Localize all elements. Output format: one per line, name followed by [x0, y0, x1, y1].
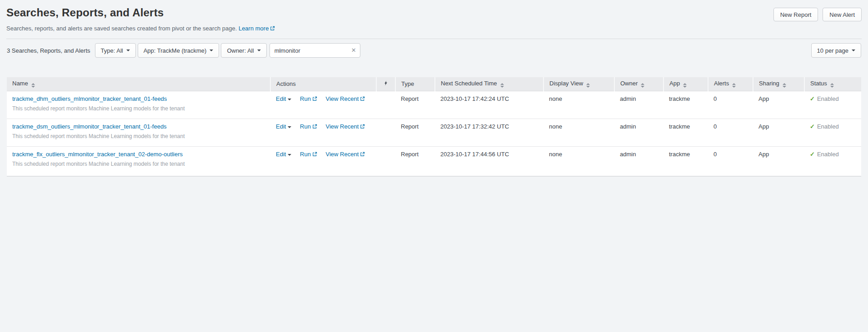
app-cell: trackme — [663, 91, 708, 119]
report-name-link[interactable]: trackme_dsm_outliers_mlmonitor_tracker_t… — [12, 123, 167, 130]
column-header-type: Type — [395, 77, 435, 91]
sort-icon — [641, 83, 644, 88]
run-action-link[interactable]: Run — [300, 123, 317, 130]
per-page-dropdown[interactable]: 10 per page — [811, 43, 861, 58]
check-icon: ✓ — [810, 95, 815, 102]
next-scheduled-time-cell: 2023-10-17 17:44:56 UTC — [435, 146, 544, 176]
run-action-link[interactable]: Run — [300, 95, 317, 102]
app-filter-dropdown[interactable]: App: TrackMe (trackme) — [138, 43, 219, 58]
column-header-display-view[interactable]: Display View — [544, 77, 614, 91]
view-recent-action-link[interactable]: View Recent — [326, 123, 365, 130]
display-view-cell: none — [544, 119, 614, 146]
column-header-owner[interactable]: Owner — [614, 77, 663, 91]
result-count: 3 Searches, Reports, and Alerts — [7, 47, 90, 54]
sharing-cell: App — [753, 146, 804, 176]
status-cell: ✓Enabled — [804, 146, 861, 176]
report-description: This scheduled report monitors Machine L… — [12, 161, 267, 167]
next-scheduled-time-cell: 2023-10-17 17:42:24 UTC — [435, 91, 544, 119]
chevron-down-icon — [210, 50, 213, 51]
app-cell: trackme — [663, 146, 708, 176]
next-scheduled-time-cell: 2023-10-17 17:32:42 UTC — [435, 119, 544, 146]
chevron-down-icon — [126, 50, 130, 51]
header-buttons: New Report New Alert — [773, 8, 862, 21]
status-cell: ✓Enabled — [804, 119, 861, 146]
sharing-cell: App — [753, 91, 804, 119]
clear-search-icon[interactable]: ✕ — [351, 47, 356, 54]
chevron-down-icon — [288, 154, 291, 156]
edit-action-link[interactable]: Edit — [276, 95, 291, 102]
view-recent-action-link[interactable]: View Recent — [326, 151, 365, 158]
external-link-icon — [312, 124, 317, 129]
chevron-down-icon — [852, 50, 855, 51]
report-description: This scheduled report monitors Machine L… — [12, 133, 267, 139]
external-link-icon — [312, 152, 317, 157]
type-cell: Report — [395, 119, 435, 146]
column-header-next-scheduled-time[interactable]: Next Scheduled Time — [435, 77, 544, 91]
alerts-cell: 0 — [708, 91, 753, 119]
table-row: trackme_dsm_outliers_mlmonitor_tracker_t… — [7, 119, 861, 146]
status-badge: Enabled — [817, 95, 839, 102]
display-view-cell: none — [544, 146, 614, 176]
type-cell: Report — [395, 146, 435, 176]
header-divider — [6, 39, 862, 39]
table-header-row: Name Actions Type Next Scheduled Time Di… — [7, 77, 861, 91]
alerts-cell: 0 — [708, 146, 753, 176]
scheduled-indicator-cell — [376, 119, 395, 146]
display-view-cell: none — [544, 91, 614, 119]
owner-cell: admin — [614, 119, 663, 146]
external-link-icon — [360, 124, 365, 129]
run-action-link[interactable]: Run — [300, 151, 317, 158]
type-filter-dropdown[interactable]: Type: All — [95, 43, 136, 58]
edit-action-link[interactable]: Edit — [276, 151, 291, 158]
external-link-icon — [360, 96, 365, 101]
new-report-button[interactable]: New Report — [773, 8, 818, 21]
chevron-down-icon — [288, 126, 291, 128]
check-icon: ✓ — [810, 123, 815, 130]
external-link-icon — [270, 26, 275, 31]
column-header-sharing[interactable]: Sharing — [753, 77, 804, 91]
column-header-actions: Actions — [270, 77, 376, 91]
edit-action-link[interactable]: Edit — [276, 123, 291, 130]
searches-table: Name Actions Type Next Scheduled Time Di… — [7, 77, 861, 177]
alerts-cell: 0 — [708, 119, 753, 146]
status-badge: Enabled — [817, 151, 839, 158]
chevron-down-icon — [288, 99, 291, 100]
report-name-link[interactable]: trackme_flx_outliers_mlmonitor_tracker_t… — [12, 151, 183, 158]
filter-bar: 3 Searches, Reports, and Alerts Type: Al… — [0, 39, 868, 58]
table-row: trackme_dhm_outliers_mlmonitor_tracker_t… — [7, 91, 861, 119]
new-alert-button[interactable]: New Alert — [823, 8, 862, 21]
check-icon: ✓ — [810, 151, 815, 158]
subtitle-text: Searches, reports, and alerts are saved … — [6, 25, 237, 32]
view-recent-action-link[interactable]: View Recent — [326, 95, 365, 102]
sort-icon — [830, 83, 834, 88]
scheduled-indicator-cell — [376, 146, 395, 176]
type-cell: Report — [395, 91, 435, 119]
page-subtitle: Searches, reports, and alerts are saved … — [6, 25, 862, 32]
owner-cell: admin — [614, 91, 663, 119]
sort-icon — [683, 83, 687, 88]
lightning-bolt-icon — [383, 80, 389, 86]
report-name-link[interactable]: trackme_dhm_outliers_mlmonitor_tracker_t… — [12, 95, 167, 102]
column-header-status[interactable]: Status — [804, 77, 861, 91]
column-header-alerts[interactable]: Alerts — [708, 77, 753, 91]
search-input[interactable] — [269, 43, 360, 58]
learn-more-link[interactable]: Learn more — [239, 25, 275, 32]
column-header-name[interactable]: Name — [7, 77, 270, 91]
chevron-down-icon — [257, 50, 261, 51]
sort-icon — [586, 83, 590, 88]
owner-cell: admin — [614, 146, 663, 176]
sort-icon — [31, 83, 35, 88]
table-row: trackme_flx_outliers_mlmonitor_tracker_t… — [7, 146, 861, 176]
app-cell: trackme — [663, 119, 708, 146]
sort-icon — [783, 83, 786, 88]
status-cell: ✓Enabled — [804, 91, 861, 119]
sharing-cell: App — [753, 119, 804, 146]
page-title: Searches, Reports, and Alerts — [6, 6, 862, 19]
column-header-app[interactable]: App — [663, 77, 708, 91]
column-header-scheduled — [376, 77, 395, 91]
sort-icon — [500, 83, 504, 88]
owner-filter-dropdown[interactable]: Owner: All — [221, 43, 266, 58]
search-box: ✕ — [269, 43, 360, 58]
external-link-icon — [360, 152, 365, 157]
scheduled-indicator-cell — [376, 91, 395, 119]
